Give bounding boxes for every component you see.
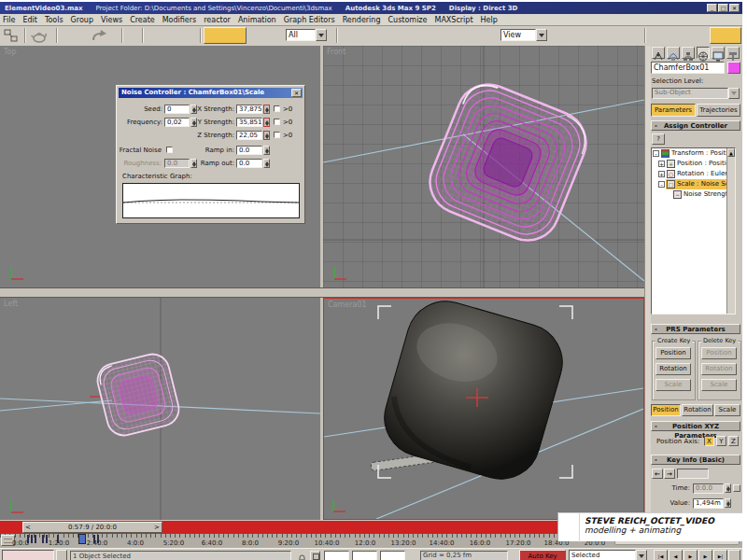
x-gt-zero-checkbox[interactable] (274, 105, 280, 112)
viewport-front[interactable]: Front (323, 46, 644, 287)
tab-motion[interactable] (697, 47, 710, 59)
object-name-field[interactable]: ChamferBox01 (651, 62, 725, 74)
viewport-nav-button[interactable] (728, 550, 740, 560)
render-teapot-icon[interactable] (31, 29, 48, 47)
ramp-out-spinner[interactable] (263, 159, 270, 168)
previous-key-button[interactable]: ← (652, 469, 663, 479)
delete-key-rotation-button[interactable]: Rotation (701, 363, 737, 375)
go-to-start-button[interactable]: |◀ (654, 550, 668, 560)
menu-edit[interactable]: Edit (22, 16, 37, 24)
y-strength-spinner[interactable] (263, 118, 270, 127)
key-marker[interactable] (42, 535, 44, 543)
maximize-button[interactable]: □ (718, 4, 728, 12)
play-button[interactable]: ▶ (684, 550, 698, 560)
menu-customize[interactable]: Customize (388, 16, 427, 24)
time-field[interactable]: 0:0.0 (693, 483, 724, 494)
coordinate-z-field[interactable] (380, 551, 405, 560)
prs-parameters-rollout[interactable]: - PRS Parameters (651, 324, 740, 334)
frequency-field[interactable]: 0,02 (164, 118, 190, 127)
z-gt-zero-checkbox[interactable] (274, 132, 280, 138)
menu-maxscript[interactable]: MAXScript (434, 16, 472, 24)
viewport-left[interactable]: Left (0, 298, 320, 520)
ramp-in-field[interactable]: 0.0 (236, 146, 262, 155)
dialog-titlebar[interactable]: Noise Controller : ChamferBox01\Scale ✕ (119, 88, 303, 98)
position-track-button[interactable]: Position (651, 404, 681, 416)
absolute-offset-toggle-icon[interactable] (310, 551, 320, 560)
select-and-link-icon[interactable] (4, 28, 19, 47)
seed-field[interactable]: 0 (164, 105, 190, 114)
undo-icon[interactable] (90, 29, 110, 47)
panel-scrollbar[interactable] (644, 46, 651, 520)
key-info-rollout[interactable]: - Key Info (Basic) (651, 455, 740, 465)
roughness-field[interactable]: 0.0 (164, 159, 190, 168)
menu-animation[interactable]: Animation (238, 16, 276, 24)
active-tool-button[interactable] (710, 27, 741, 44)
tab-display[interactable] (712, 47, 725, 59)
x-strength-spinner[interactable] (263, 105, 270, 114)
time-slider[interactable]: < 0:57:9 / 20:0:0 > (22, 522, 162, 533)
noise-controller-dialog[interactable]: Noise Controller : ChamferBox01\Scale ✕ … (116, 85, 305, 224)
y-strength-field[interactable]: 35,851 (236, 118, 262, 127)
axis-y-button[interactable]: Y (716, 436, 726, 446)
coordinate-y-field[interactable] (352, 551, 377, 560)
controller-tree[interactable]: - Transform : Position/ + + Position : P… (651, 147, 736, 315)
tree-row-transform[interactable]: - Transform : Position/ (652, 148, 735, 159)
menu-help[interactable]: Help (481, 16, 498, 24)
x-strength-field[interactable]: 37,875 (236, 105, 262, 114)
menu-rendering[interactable]: Rendering (343, 16, 381, 24)
view-dropdown-arrow[interactable] (536, 29, 547, 41)
tab-create[interactable] (652, 47, 665, 59)
create-key-scale-button[interactable]: Scale (655, 379, 691, 391)
coordinate-x-field[interactable] (324, 551, 349, 560)
delete-key-position-button[interactable]: Position (701, 347, 737, 359)
selection-filter-arrow[interactable] (316, 29, 327, 41)
key-filter-dropdown[interactable]: Selected (569, 550, 636, 560)
key-marker[interactable] (35, 535, 36, 543)
z-strength-spinner[interactable] (263, 131, 270, 140)
value-field[interactable]: 1,494m (693, 498, 724, 509)
next-frame-button[interactable]: ▶ (698, 550, 712, 560)
viewport-splitter-vertical[interactable] (320, 46, 323, 287)
time-spinner[interactable] (725, 483, 731, 493)
delete-key-scale-button[interactable]: Scale (701, 379, 737, 391)
key-number-field[interactable] (677, 469, 709, 479)
tab-hierarchy[interactable] (682, 47, 695, 59)
z-strength-field[interactable]: 22,05 (236, 131, 262, 140)
expand-icon[interactable]: + (658, 161, 665, 167)
ramp-in-spinner[interactable] (263, 146, 270, 155)
expand-icon[interactable]: + (658, 171, 665, 177)
tree-row-scale[interactable]: - □ Scale : Noise Sca (652, 179, 735, 189)
create-key-position-button[interactable]: Position (655, 347, 691, 359)
fractal-noise-checkbox[interactable] (166, 147, 173, 153)
listener-button[interactable] (56, 550, 67, 560)
selection-filter-dropdown[interactable]: All (286, 29, 316, 41)
rotation-track-button[interactable]: Rotation (682, 404, 713, 416)
dialog-close-button[interactable]: ✕ (291, 89, 302, 97)
close-button[interactable]: ✕ (729, 4, 740, 12)
collapse-icon[interactable]: - (653, 150, 659, 157)
minimize-button[interactable]: _ (707, 4, 717, 12)
menu-graph-editors[interactable]: Graph Editors (284, 16, 335, 24)
trajectories-button[interactable]: Trajectories (697, 104, 740, 117)
tree-row-rotation[interactable]: + ○ Rotation : Euler X (652, 169, 735, 179)
sub-object-dropdown[interactable]: Sub-Object (652, 88, 728, 99)
assign-controller-rollout[interactable]: - Assign Controller (651, 120, 740, 131)
named-selection-highlight[interactable] (204, 27, 247, 44)
menu-create[interactable]: Create (130, 16, 155, 24)
create-key-rotation-button[interactable]: Rotation (655, 363, 691, 375)
selection-lock-icon[interactable] (297, 551, 307, 560)
tree-scrollbar[interactable] (726, 148, 735, 314)
scale-track-button[interactable]: Scale (714, 404, 740, 416)
tab-utilities[interactable] (726, 47, 740, 59)
view-dropdown[interactable]: View (500, 29, 536, 41)
axis-x-button[interactable]: X (704, 436, 714, 446)
time-lock-toggle[interactable] (733, 484, 740, 492)
viewport-camera[interactable]: Camera01 (323, 298, 644, 520)
menu-modifiers[interactable]: Modifiers (162, 16, 197, 24)
previous-frame-button[interactable]: ◀ (669, 550, 683, 560)
position-xyz-rollout[interactable]: - Position XYZ Parameters (651, 421, 740, 431)
maxscript-mini-listener[interactable] (2, 550, 54, 560)
menu-group[interactable]: Group (71, 16, 93, 24)
scroll-up-icon[interactable]: ▲ (727, 148, 735, 157)
time-slider-prev[interactable]: < (23, 524, 33, 531)
